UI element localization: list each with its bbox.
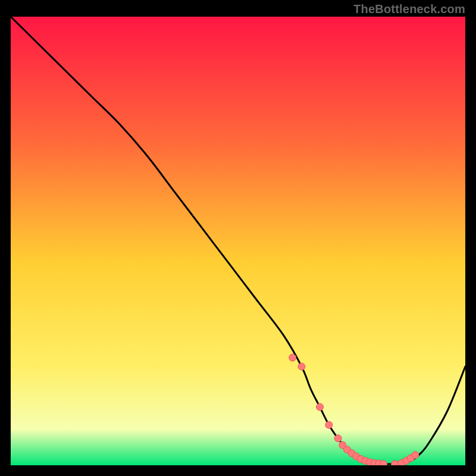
data-point-marker (317, 403, 324, 411)
data-point-marker (298, 363, 305, 370)
watermark-text: TheBottleneck.com (353, 2, 465, 16)
plot-area (11, 17, 465, 465)
data-point-marker (380, 461, 387, 465)
chart-svg (11, 17, 465, 465)
data-point-marker (412, 452, 419, 459)
data-point-marker (334, 435, 342, 442)
data-point-marker (325, 421, 333, 428)
data-point-marker (289, 354, 296, 361)
chart-frame: TheBottleneck.com (0, 0, 476, 476)
data-point-marker (392, 461, 399, 465)
